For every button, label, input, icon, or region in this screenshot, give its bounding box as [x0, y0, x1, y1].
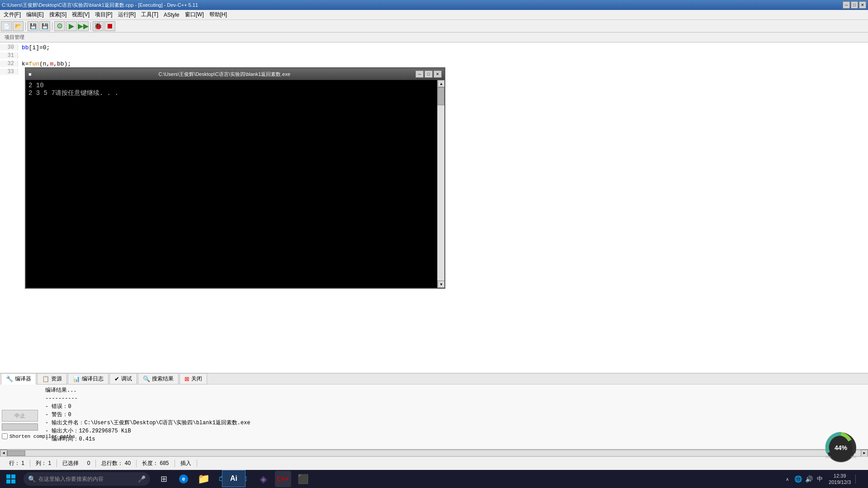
- menu-item[interactable]: 工具[T]: [138, 10, 161, 19]
- save-button[interactable]: 💾: [28, 21, 38, 31]
- menu-item[interactable]: 视图[V]: [69, 10, 92, 19]
- abort-label: 中止: [14, 412, 25, 420]
- resource-icon: 📋: [42, 375, 49, 382]
- shorten-compiler-paths[interactable]: Shorten compiler paths: [2, 433, 75, 439]
- menu-item[interactable]: 帮助[H]: [207, 10, 230, 19]
- tray-expand-btn[interactable]: ∧: [783, 474, 792, 483]
- svg-rect-5: [11, 474, 15, 479]
- menu-item[interactable]: 搜索[S]: [47, 10, 70, 19]
- mic-icon: 🎤: [138, 475, 146, 483]
- console-title-bar[interactable]: ■ C:\Users\王俊辉\Desktop\C语言\实验四\blank1返回素…: [26, 68, 444, 80]
- console-scrollbar[interactable]: ▲ ▼: [437, 80, 444, 288]
- minimize-button[interactable]: ─: [843, 1, 850, 9]
- selected-label: 已选择: [62, 460, 79, 466]
- close-panel-icon: ⊠: [184, 375, 189, 382]
- tab-resources[interactable]: 📋 资源: [37, 373, 67, 385]
- menu-item[interactable]: 编辑[E]: [24, 10, 47, 19]
- console-window: ■ C:\Users\王俊辉\Desktop\C语言\实验四\blank1返回素…: [25, 67, 445, 289]
- length-label: 长度：: [142, 460, 158, 466]
- bottom-tabs: 🔧 编译器 📋 资源 📊 编译日志 ✔ 调试 🔍 搜索结果 ⊠ 关闭: [0, 374, 868, 385]
- explorer-icon[interactable]: 📁: [195, 471, 212, 487]
- tab-search-results-label: 搜索结果: [152, 375, 174, 383]
- stop-button[interactable]: ⏹: [104, 21, 115, 31]
- scroll-down-btn[interactable]: ▼: [438, 281, 444, 288]
- ai-badge[interactable]: Ai: [222, 470, 245, 487]
- menu-item[interactable]: 文件[F]: [1, 10, 24, 19]
- console-close-btn[interactable]: ✕: [434, 70, 442, 78]
- gauge-widget: 44% 0% 0%: [823, 429, 859, 465]
- tab-resources-label: 资源: [51, 375, 62, 383]
- hscroll-thumb[interactable]: [7, 450, 25, 456]
- status-col: 列： 1: [30, 460, 57, 467]
- task-view-button[interactable]: ⊞: [156, 471, 172, 487]
- show-desktop-btn[interactable]: [855, 474, 864, 483]
- maximize-button[interactable]: □: [851, 1, 858, 9]
- total-lines-value: 40: [125, 460, 131, 466]
- toolbar-separator3: [90, 22, 91, 30]
- svg-rect-7: [11, 479, 15, 483]
- menu-item[interactable]: 窗口[W]: [182, 10, 207, 19]
- svg-text:0%: 0%: [851, 455, 856, 459]
- shorten-checkbox-input[interactable]: [2, 433, 8, 439]
- compile-run-button[interactable]: ▶▶: [78, 21, 89, 31]
- search-circle-icon: 🔍: [28, 475, 36, 483]
- vs-icon[interactable]: ◈: [255, 471, 271, 487]
- code-editor[interactable]: 30 bb[i]=0; 31 32 k=fun(n,m,bb); 33 ■ C:…: [0, 42, 868, 391]
- run-button[interactable]: ▶: [66, 21, 77, 31]
- tab-close-label: 关闭: [191, 375, 202, 383]
- search-results-icon: 🔍: [143, 375, 150, 382]
- status-insert-mode: 插入: [175, 460, 197, 467]
- tray-volume-icon[interactable]: 🔊: [804, 474, 813, 483]
- console-maximize-btn[interactable]: □: [425, 70, 433, 78]
- hscroll-right-btn[interactable]: ►: [861, 450, 868, 457]
- menu-bar: 文件[F]编辑[E]搜索[S]视图[V]项目[P]运行[R]工具[T]AStyl…: [0, 10, 868, 20]
- tab-compile-log[interactable]: 📊 编译日志: [68, 373, 108, 385]
- close-button[interactable]: ✕: [859, 1, 866, 9]
- console-output: 2 10 2 3 5 7请按任意键继续. . .: [26, 80, 437, 288]
- status-row: 行： 1: [4, 460, 30, 467]
- compile-button[interactable]: ⚙: [54, 21, 65, 31]
- open-button[interactable]: 📂: [13, 21, 24, 31]
- horizontal-scrollbar[interactable]: ◄ ►: [0, 449, 868, 456]
- window-controls: ─ □ ✕: [843, 1, 866, 9]
- tab-debug[interactable]: ✔ 调试: [109, 373, 137, 385]
- tray-network-icon[interactable]: 🌐: [793, 474, 802, 483]
- tab-close[interactable]: ⊠ 关闭: [179, 373, 207, 385]
- new-button[interactable]: 📄: [1, 21, 12, 31]
- svg-text:44%: 44%: [835, 444, 848, 451]
- system-clock[interactable]: 12:39 2019/12/3: [826, 473, 854, 486]
- scroll-track[interactable]: [438, 87, 444, 281]
- start-button[interactable]: [0, 470, 22, 488]
- terminal-icon[interactable]: ⬛: [295, 471, 311, 487]
- tab-compiler[interactable]: 🔧 编译器: [1, 373, 36, 385]
- toolbar2: 项目管理: [0, 33, 868, 42]
- console-minimize-btn[interactable]: ─: [415, 70, 424, 78]
- abort-button[interactable]: 中止: [2, 410, 38, 422]
- line-number: 33: [0, 69, 18, 75]
- status-bar: 行： 1 列： 1 已选择 0 总行数： 40 长度： 685 插入: [0, 456, 868, 470]
- tab-search-results[interactable]: 🔍 搜索结果: [138, 373, 179, 385]
- hscroll-track[interactable]: [7, 450, 861, 456]
- svg-text:0%: 0%: [826, 455, 831, 459]
- edge-icon[interactable]: e: [175, 471, 192, 487]
- taskbar-search-placeholder: 在这里输入你要搜索的内容: [38, 475, 104, 483]
- scroll-thumb[interactable]: [438, 87, 444, 105]
- log-icon: 📊: [73, 375, 80, 382]
- bottom-panel: 🔧 编译器 📋 资源 📊 编译日志 ✔ 调试 🔍 搜索结果 ⊠ 关闭 中止: [0, 373, 868, 456]
- menu-item[interactable]: 项目[P]: [92, 10, 115, 19]
- row-label: 行：: [9, 460, 20, 466]
- tab-compiler-label: 编译器: [15, 375, 31, 383]
- menu-item[interactable]: 运行[R]: [115, 10, 138, 19]
- code-line-30: 30 bb[i]=0;: [0, 43, 868, 52]
- debug-button[interactable]: 🐞: [93, 21, 104, 31]
- devcpp-icon[interactable]: C++: [275, 471, 291, 487]
- taskbar-search[interactable]: 🔍 在这里输入你要搜索的内容 🎤: [24, 472, 150, 486]
- tray-ime-icon[interactable]: 中: [815, 474, 824, 483]
- compile-line4: - 警告：0: [45, 411, 864, 419]
- ai-label: Ai: [230, 474, 237, 483]
- menu-item[interactable]: AStyle: [161, 11, 182, 19]
- compile-line5: - 输出文件名：C:\Users\王俊辉\Desktop\C语言\实验四\bla…: [45, 419, 864, 427]
- hscroll-left-btn[interactable]: ◄: [0, 450, 7, 457]
- save-all-button[interactable]: 💾: [39, 21, 50, 31]
- scroll-up-btn[interactable]: ▲: [438, 80, 444, 87]
